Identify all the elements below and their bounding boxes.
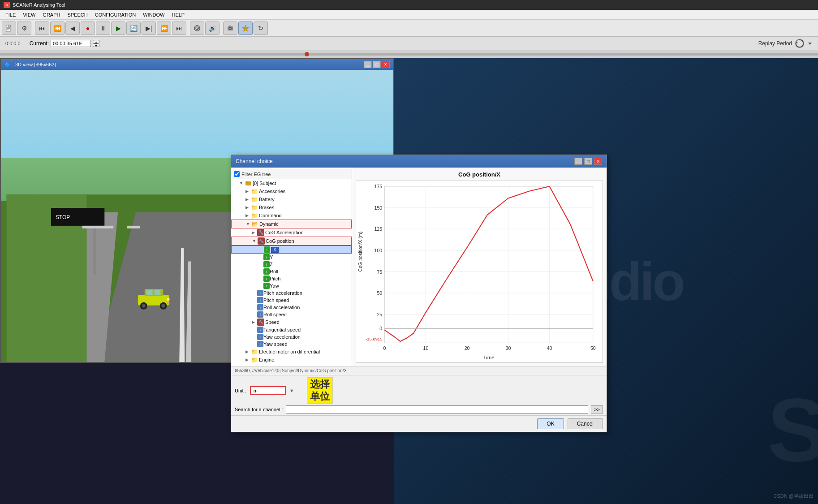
tree-battery[interactable]: ▶ 📁 Battery <box>231 195 352 203</box>
tree-engine[interactable]: ▶ 📁 Engine <box>231 356 352 364</box>
tb-pause[interactable]: ⏸ <box>96 22 110 35</box>
replay-dropdown-icon[interactable] <box>807 41 813 46</box>
battery-folder-icon: 📁 <box>251 196 258 203</box>
tree-pitch-acceleration[interactable]: ▶ i Pitch acceleration <box>231 289 352 297</box>
tree-y[interactable]: ▶ i Y <box>231 254 352 261</box>
tb-file[interactable] <box>2 22 16 35</box>
svg-rect-32 <box>146 290 153 295</box>
tree-roll[interactable]: ▶ i Roll <box>231 268 352 275</box>
tree-brakes[interactable]: ▶ 📁 Brakes <box>231 203 352 211</box>
tree-z[interactable]: ▶ i Z <box>231 261 352 268</box>
menu-window[interactable]: WINDOW <box>139 11 168 18</box>
replay-icon[interactable] <box>795 39 805 48</box>
svg-rect-41 <box>245 181 248 183</box>
tree-accessories[interactable]: ▶ 📁 Accessories <box>231 187 352 195</box>
unit-label: Unit : <box>235 388 246 393</box>
menu-file[interactable]: FILE <box>2 11 19 18</box>
tb-camera[interactable] <box>223 22 237 35</box>
svg-rect-42 <box>384 186 593 343</box>
tree-cog-position[interactable]: ▼ 🔧 CoG position <box>231 237 352 246</box>
brakes-label: Brakes <box>259 205 274 210</box>
channel-choice-dialog: Channel choice — □ ✕ Filter EG tree ▼ <box>231 155 607 432</box>
x-item-icon: i <box>264 246 270 253</box>
tree-yaw-speed[interactable]: ▶ i Yaw speed <box>231 340 352 348</box>
tree-yaw-acceleration[interactable]: ▶ i Yaw acceleration <box>231 333 352 340</box>
pitch-accel-label: Pitch acceleration <box>263 290 302 296</box>
dialog-titlebar: Channel choice — □ ✕ <box>231 155 607 168</box>
time-up[interactable]: ▲ <box>93 40 99 43</box>
tb-record[interactable]: ● <box>81 22 95 35</box>
toolbar: ⚙ ⏮ ⏪ ◀ ● ⏸ ▶ 🔄 ▶| ⏩ ⏭ 🔊 ↻ <box>0 20 818 37</box>
progress-bar[interactable] <box>0 50 818 58</box>
menu-view[interactable]: VIEW <box>19 11 39 18</box>
view3d-minimize[interactable]: _ <box>364 61 372 68</box>
tb-refresh[interactable]: ↻ <box>254 22 268 35</box>
tree-speed[interactable]: ▶ 🔧 Speed <box>231 318 352 326</box>
menu-speech[interactable]: SPEECH <box>64 11 91 18</box>
replay-period-section: Replay Period <box>758 39 813 48</box>
dialog-minimize[interactable]: — <box>574 158 582 165</box>
dialog-maximize[interactable]: □ <box>584 158 592 165</box>
unit-dropdown-indicator[interactable]: ▼ <box>289 388 294 393</box>
tb-repeat[interactable]: 🔄 <box>126 22 141 35</box>
view3d-maximize[interactable]: □ <box>373 61 381 68</box>
pitch-accel-icon: i <box>257 290 263 296</box>
time-down[interactable]: ▼ <box>93 43 99 47</box>
tree-dynamic[interactable]: ▼ 📂 Dynamic <box>231 220 352 228</box>
tb-star[interactable] <box>238 22 253 35</box>
search-input[interactable] <box>286 405 589 414</box>
tree-tangential-speed[interactable]: ▶ i Tangential speed <box>231 326 352 333</box>
tb-step-back[interactable]: ◀ <box>65 22 80 35</box>
tang-speed-label: Tangential speed <box>263 327 301 332</box>
tree-roll-speed[interactable]: ▶ i Roll speed <box>231 311 352 318</box>
menu-configuration[interactable]: CONFIGURATION <box>91 11 139 18</box>
tb-rewind-start[interactable]: ⏮ <box>35 22 49 35</box>
svg-rect-33 <box>155 290 161 295</box>
filter-bar: Filter EG tree <box>231 169 352 179</box>
dialog-close[interactable]: ✕ <box>594 158 602 165</box>
tb-target[interactable] <box>190 22 204 35</box>
svg-point-13 <box>796 39 804 47</box>
search-label: Search for a channel : <box>235 407 283 412</box>
app-title: SCANeR Analysing Tool <box>13 2 65 8</box>
tree-pitch-speed[interactable]: ▶ i Pitch speed <box>231 297 352 304</box>
accessories-folder-icon: 📁 <box>251 188 258 195</box>
tb-play[interactable]: ▶ <box>111 22 125 35</box>
tree-pitch[interactable]: ▶ i Pitch <box>231 275 352 282</box>
tb-fast-fwd[interactable]: ⏩ <box>157 22 171 35</box>
tb-rewind[interactable]: ⏪ <box>50 22 65 35</box>
main-area: 🔷 3D view [895x662] _ □ ✕ <box>0 58 818 504</box>
svg-rect-39 <box>167 302 169 304</box>
tb-settings[interactable]: ⚙ <box>17 22 31 35</box>
dialog-window-controls: — □ ✕ <box>574 158 602 165</box>
tree-panel: Filter EG tree ▼ [0] Subject ▶ 📁 Acc <box>231 168 352 366</box>
view3d-titlebar: 🔷 3D view [895x662] _ □ ✕ <box>1 59 393 70</box>
unit-row: Unit : ▼ 选择 单位 <box>235 377 603 404</box>
tree-cog-accel[interactable]: ▶ 🔧 CoG Acceleration <box>231 228 352 237</box>
menu-help[interactable]: HELP <box>168 11 188 18</box>
tree-roll-acceleration[interactable]: ▶ i Roll acceleration <box>231 304 352 311</box>
dynamic-folder-icon: 📂 <box>251 220 258 228</box>
unit-input[interactable] <box>250 386 286 395</box>
tree-electric-motor[interactable]: ▶ 📁 Electric motor on differential <box>231 348 352 356</box>
view3d-close[interactable]: ✕ <box>382 61 390 68</box>
ok-button[interactable]: OK <box>537 418 564 429</box>
tb-speaker[interactable]: 🔊 <box>205 22 220 35</box>
tree-x[interactable]: ▶ i X <box>231 246 352 254</box>
app-icon: S <box>4 2 10 8</box>
tree-yaw[interactable]: ▶ i Yaw <box>231 282 352 289</box>
filter-eg-tree-checkbox[interactable] <box>234 171 240 177</box>
menu-graph[interactable]: GRAPH <box>39 11 64 18</box>
tree-command[interactable]: ▶ 📁 Command <box>231 211 352 220</box>
tree-root[interactable]: ▼ [0] Subject <box>231 179 352 187</box>
yaw-speed-label: Yaw speed <box>263 341 288 347</box>
tb-step-fwd[interactable]: ▶| <box>142 22 156 35</box>
command-folder-icon: 📁 <box>251 212 258 219</box>
tb-skip-end[interactable]: ⏭ <box>172 22 186 35</box>
svg-rect-3 <box>7 28 10 29</box>
svg-text:30: 30 <box>506 345 511 351</box>
cancel-button[interactable]: Cancel <box>568 418 603 429</box>
svg-text:Time: Time <box>483 354 494 360</box>
search-go-button[interactable]: >> <box>591 405 603 414</box>
current-time-input[interactable] <box>51 40 91 47</box>
